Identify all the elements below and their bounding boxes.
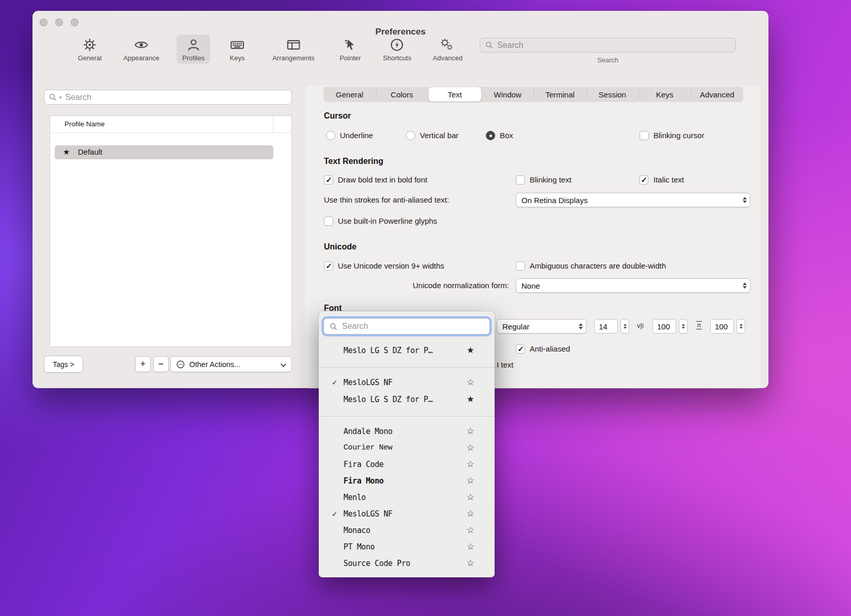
font-list-item[interactable]: Meslo LG S DZ for P… ★ bbox=[319, 343, 495, 359]
tab-text[interactable]: Text bbox=[429, 87, 481, 102]
font-name: Monaco bbox=[343, 526, 370, 535]
star-icon[interactable]: ★ bbox=[465, 394, 476, 405]
toolbar-item-label: Advanced bbox=[433, 54, 463, 62]
checkbox-draw-bold[interactable] bbox=[324, 175, 333, 185]
font-list-item[interactable]: Andale Mono ☆ bbox=[319, 424, 495, 440]
vertical-spacing-icon: n bbox=[696, 321, 702, 329]
profile-search-input[interactable]: ▾ Search bbox=[44, 90, 292, 105]
checkbox-ambiguous-double-width[interactable] bbox=[516, 261, 525, 271]
toolbar-item-label: General bbox=[78, 54, 102, 62]
ellipsis-circle-icon bbox=[176, 360, 185, 369]
toolbar-item-arrangements[interactable]: Arrangements bbox=[267, 35, 320, 64]
table-row[interactable]: ★ Default bbox=[55, 145, 273, 159]
font-name: Courier New bbox=[343, 443, 392, 452]
font-list-item[interactable]: Fira Code ☆ bbox=[319, 457, 495, 473]
font-list-item[interactable]: Courier New ☆ bbox=[319, 441, 495, 456]
column-divider[interactable] bbox=[273, 116, 273, 133]
horizontal-spacing-stepper[interactable] bbox=[679, 319, 688, 334]
search-icon bbox=[485, 41, 494, 49]
person-icon bbox=[186, 37, 201, 53]
star-icon[interactable]: ☆ bbox=[465, 525, 476, 536]
tab-general[interactable]: General bbox=[323, 87, 376, 102]
tab-colors[interactable]: Colors bbox=[376, 87, 429, 102]
star-icon[interactable]: ☆ bbox=[465, 377, 476, 388]
toolbar-item-profiles[interactable]: Profiles bbox=[176, 35, 210, 64]
font-style-dropdown[interactable]: Regular bbox=[497, 319, 586, 334]
chevron-down-icon: ▾ bbox=[59, 95, 62, 100]
font-name: Fira Code bbox=[343, 460, 384, 469]
updown-arrows-icon bbox=[743, 197, 747, 203]
toolbar-item-shortcuts[interactable]: Shortcuts bbox=[378, 35, 417, 64]
table-header[interactable]: Profile Name bbox=[50, 116, 291, 133]
font-name: Source Code Pro bbox=[343, 559, 410, 568]
font-size-stepper[interactable] bbox=[620, 319, 629, 334]
check-icon: ✓ bbox=[332, 509, 337, 519]
font-name: MesloLGS NF bbox=[343, 378, 392, 387]
font-name: Menlo bbox=[343, 493, 366, 502]
check-icon: ✓ bbox=[332, 378, 337, 387]
toolbar-search-input[interactable]: Search bbox=[480, 38, 736, 53]
checkbox-blinking-text[interactable] bbox=[516, 175, 525, 185]
add-profile-button[interactable]: + bbox=[135, 356, 151, 372]
font-list-item[interactable]: Source Code Pro ☆ bbox=[319, 556, 495, 572]
font-size-field[interactable]: 14 bbox=[594, 319, 618, 334]
toolbar-item-advanced[interactable]: Advanced bbox=[427, 35, 468, 64]
checkbox-unicode-v9-label: Use Unicode version 9+ widths bbox=[338, 261, 444, 271]
close-button[interactable] bbox=[40, 19, 47, 26]
star-icon[interactable]: ☆ bbox=[465, 426, 476, 437]
font-list-item[interactable]: Monaco ☆ bbox=[319, 523, 495, 539]
checkbox-blinking-cursor-label: Blinking cursor bbox=[653, 130, 704, 141]
star-icon[interactable]: ☆ bbox=[465, 558, 476, 569]
other-actions-menu[interactable]: Other Actions... bbox=[170, 356, 292, 372]
horizontal-spacing-field[interactable]: 100 bbox=[652, 319, 676, 334]
toolbar-item-general[interactable]: General bbox=[72, 35, 107, 64]
tab-session[interactable]: Session bbox=[586, 87, 639, 102]
font-picker-popup: Search Meslo LG S DZ for P… ★ ✓ MesloLGS… bbox=[319, 311, 495, 577]
list-separator bbox=[319, 367, 495, 368]
zoom-button[interactable] bbox=[71, 19, 78, 26]
star-icon[interactable]: ☆ bbox=[465, 475, 476, 486]
tab-advanced[interactable]: Advanced bbox=[691, 87, 744, 102]
checkbox-ambiguous-double-width-label: Ambiguous characters are double-width bbox=[530, 261, 666, 271]
checkbox-italic-text[interactable] bbox=[639, 175, 648, 185]
star-icon[interactable]: ★ bbox=[465, 345, 476, 356]
minimize-button[interactable] bbox=[55, 19, 63, 26]
toolbar-item-appearance[interactable]: Appearance bbox=[118, 35, 165, 64]
font-list-item[interactable]: Meslo LG S DZ for P… ★ bbox=[319, 392, 495, 408]
radio-vertical-bar[interactable] bbox=[406, 131, 415, 140]
font-style-value: Regular bbox=[502, 322, 530, 331]
star-icon[interactable]: ☆ bbox=[465, 541, 476, 552]
font-list-item[interactable]: PT Mono ☆ bbox=[319, 540, 495, 555]
font-list-item[interactable]: Fira Mono ☆ bbox=[319, 474, 495, 489]
thin-strokes-label: Use thin strokes for anti-aliased text: bbox=[324, 195, 449, 205]
horizontal-spacing-icon: v|i bbox=[637, 322, 644, 329]
tags-button[interactable]: Tags > bbox=[44, 356, 83, 373]
checkbox-powerline-glyphs[interactable] bbox=[324, 217, 333, 226]
radio-box[interactable] bbox=[486, 131, 495, 140]
tab-window[interactable]: Window bbox=[482, 87, 534, 102]
eye-icon bbox=[134, 37, 149, 53]
star-icon[interactable]: ☆ bbox=[465, 459, 476, 470]
checkbox-antialiased[interactable] bbox=[516, 344, 525, 354]
remove-profile-button[interactable]: − bbox=[153, 356, 169, 372]
vertical-spacing-field[interactable]: 100 bbox=[710, 319, 734, 334]
checkbox-unicode-v9[interactable] bbox=[324, 261, 333, 271]
checkbox-blinking-cursor[interactable] bbox=[640, 131, 649, 140]
font-list-item[interactable]: ✓ MesloLGS NF ☆ bbox=[319, 375, 495, 391]
desktop-wallpaper: Preferences General Appearance Profiles … bbox=[0, 0, 851, 616]
tab-keys[interactable]: Keys bbox=[639, 87, 691, 102]
normalization-dropdown[interactable]: None bbox=[516, 278, 750, 293]
font-list-item[interactable]: Menlo ☆ bbox=[319, 490, 495, 506]
font-search-input[interactable]: Search bbox=[323, 318, 490, 335]
star-icon[interactable]: ☆ bbox=[465, 442, 476, 453]
radio-underline[interactable] bbox=[326, 131, 335, 140]
toolbar-item-pointer[interactable]: Pointer bbox=[334, 35, 366, 64]
horizontal-spacing-value: 100 bbox=[657, 322, 670, 331]
toolbar-item-keys[interactable]: Keys bbox=[224, 35, 251, 64]
font-list-item[interactable]: ✓ MesloLGS NF ☆ bbox=[319, 507, 495, 522]
star-icon[interactable]: ☆ bbox=[465, 492, 476, 503]
thin-strokes-dropdown[interactable]: On Retina Displays bbox=[516, 193, 750, 207]
vertical-spacing-stepper[interactable] bbox=[737, 319, 745, 334]
tab-terminal[interactable]: Terminal bbox=[534, 87, 586, 102]
star-icon[interactable]: ☆ bbox=[465, 508, 476, 519]
